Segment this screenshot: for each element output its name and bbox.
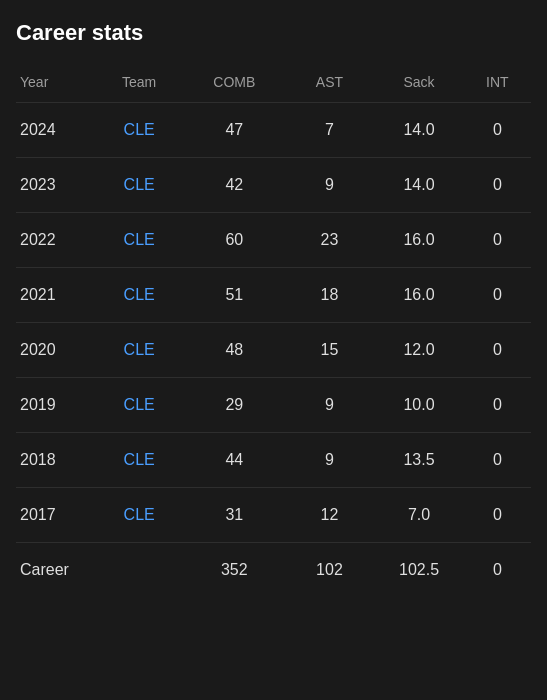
- cell-career-sack: 102.5: [374, 543, 464, 598]
- cell-year: 2024: [16, 103, 94, 158]
- cell-team[interactable]: CLE: [94, 103, 184, 158]
- table-row: 2022CLE602316.00: [16, 213, 531, 268]
- cell-comb: 44: [184, 433, 285, 488]
- cell-career-comb: 352: [184, 543, 285, 598]
- cell-career-team: [94, 543, 184, 598]
- col-header-comb: COMB: [184, 66, 285, 103]
- cell-comb: 51: [184, 268, 285, 323]
- table-row: 2023CLE42914.00: [16, 158, 531, 213]
- cell-int: 0: [464, 268, 531, 323]
- cell-sack: 12.0: [374, 323, 464, 378]
- cell-year: 2017: [16, 488, 94, 543]
- col-header-ast: AST: [285, 66, 375, 103]
- cell-int: 0: [464, 378, 531, 433]
- cell-ast: 15: [285, 323, 375, 378]
- cell-comb: 48: [184, 323, 285, 378]
- cell-sack: 16.0: [374, 213, 464, 268]
- cell-int: 0: [464, 158, 531, 213]
- cell-int: 0: [464, 103, 531, 158]
- cell-sack: 13.5: [374, 433, 464, 488]
- cell-comb: 42: [184, 158, 285, 213]
- cell-int: 0: [464, 488, 531, 543]
- cell-team[interactable]: CLE: [94, 268, 184, 323]
- cell-comb: 31: [184, 488, 285, 543]
- col-header-sack: Sack: [374, 66, 464, 103]
- cell-sack: 14.0: [374, 103, 464, 158]
- table-row: 2018CLE44913.50: [16, 433, 531, 488]
- cell-comb: 29: [184, 378, 285, 433]
- cell-team[interactable]: CLE: [94, 378, 184, 433]
- cell-ast: 9: [285, 158, 375, 213]
- cell-career-label: Career: [16, 543, 94, 598]
- cell-year: 2020: [16, 323, 94, 378]
- cell-int: 0: [464, 433, 531, 488]
- cell-career-int: 0: [464, 543, 531, 598]
- cell-year: 2023: [16, 158, 94, 213]
- cell-ast: 9: [285, 433, 375, 488]
- cell-team[interactable]: CLE: [94, 488, 184, 543]
- table-row: 2020CLE481512.00: [16, 323, 531, 378]
- cell-ast: 7: [285, 103, 375, 158]
- col-header-year: Year: [16, 66, 94, 103]
- table-row: 2019CLE29910.00: [16, 378, 531, 433]
- career-stats-table: Year Team COMB AST Sack INT 2024CLE47714…: [16, 66, 531, 597]
- cell-sack: 10.0: [374, 378, 464, 433]
- cell-ast: 9: [285, 378, 375, 433]
- cell-sack: 16.0: [374, 268, 464, 323]
- col-header-int: INT: [464, 66, 531, 103]
- cell-comb: 47: [184, 103, 285, 158]
- cell-int: 0: [464, 323, 531, 378]
- cell-year: 2022: [16, 213, 94, 268]
- cell-team[interactable]: CLE: [94, 213, 184, 268]
- cell-ast: 18: [285, 268, 375, 323]
- page-title: Career stats: [16, 20, 531, 46]
- col-header-team: Team: [94, 66, 184, 103]
- cell-career-ast: 102: [285, 543, 375, 598]
- table-row: 2017CLE31127.00: [16, 488, 531, 543]
- cell-team[interactable]: CLE: [94, 158, 184, 213]
- cell-sack: 14.0: [374, 158, 464, 213]
- cell-year: 2019: [16, 378, 94, 433]
- cell-comb: 60: [184, 213, 285, 268]
- table-row: 2024CLE47714.00: [16, 103, 531, 158]
- cell-ast: 23: [285, 213, 375, 268]
- cell-ast: 12: [285, 488, 375, 543]
- table-header-row: Year Team COMB AST Sack INT: [16, 66, 531, 103]
- career-row: Career352102102.50: [16, 543, 531, 598]
- cell-sack: 7.0: [374, 488, 464, 543]
- cell-year: 2018: [16, 433, 94, 488]
- cell-year: 2021: [16, 268, 94, 323]
- table-row: 2021CLE511816.00: [16, 268, 531, 323]
- cell-team[interactable]: CLE: [94, 433, 184, 488]
- cell-team[interactable]: CLE: [94, 323, 184, 378]
- cell-int: 0: [464, 213, 531, 268]
